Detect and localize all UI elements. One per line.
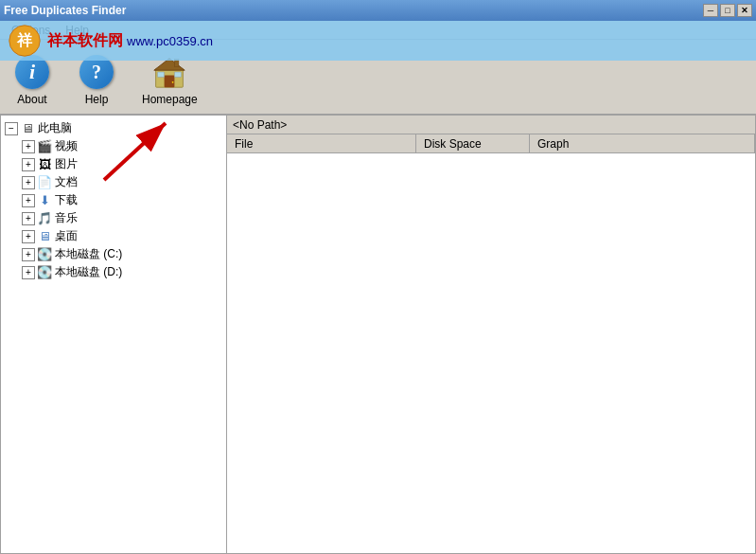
column-header: File Disk Space Graph [227,134,755,153]
tree-item-image[interactable]: + 🖼 图片 [3,155,224,173]
music-icon: 🎵 [37,211,52,226]
drive-c-expand-icon[interactable]: + [22,248,35,261]
drive-c-icon: 💽 [37,247,52,262]
drive-d-expand-icon[interactable]: + [22,266,35,279]
close-button[interactable]: ✕ [737,4,752,17]
homepage-label: Homepage [142,93,198,106]
desktop-expand-icon[interactable]: + [22,230,35,243]
svg-text:祥: 祥 [16,31,33,48]
tree-item-drive-c[interactable]: + 💽 本地磁盘 (C:) [3,245,224,263]
main-content: − 🖥 此电脑 + 🎬 视频 + 🖼 图片 + 📄 文档 + [0,116,756,554]
download-label: 下载 [55,192,78,208]
tree-item-desktop[interactable]: + 🖥 桌面 [3,227,224,245]
video-icon: 🎬 [37,139,52,154]
graph-column-header[interactable]: Graph [530,134,755,152]
svg-rect-6 [175,72,182,77]
help-label: Help [85,93,109,106]
watermark-url: www.pc0359.cn [127,34,213,48]
path-bar: <No Path> [227,116,755,134]
video-label: 视频 [55,138,78,154]
tree-item-doc[interactable]: + 📄 文档 [3,173,224,191]
music-label: 音乐 [55,210,78,226]
title-bar: Free Duplicates Finder ─ □ ✕ [0,0,756,21]
tree-item-drive-d[interactable]: + 💽 本地磁盘 (D:) [3,263,224,281]
file-column-header[interactable]: File [227,134,416,152]
doc-label: 文档 [55,174,78,190]
desktop-icon: 🖥 [37,229,52,244]
svg-rect-4 [165,76,175,88]
file-tree-panel[interactable]: − 🖥 此电脑 + 🎬 视频 + 🖼 图片 + 📄 文档 + [0,116,227,554]
doc-expand-icon[interactable]: + [22,176,35,189]
right-content-area [227,153,755,553]
download-expand-icon[interactable]: + [22,194,35,207]
computer-icon: 🖥 [20,121,35,136]
path-text: <No Path> [233,118,287,132]
svg-point-7 [172,81,174,83]
tree-root[interactable]: − 🖥 此电脑 [3,119,224,137]
disk-space-column-header[interactable]: Disk Space [416,134,530,152]
image-icon: 🖼 [37,157,52,172]
drive-c-label: 本地磁盘 (C:) [55,246,122,262]
watermark-logo-icon: 祥 [8,24,42,58]
minimize-button[interactable]: ─ [703,4,718,17]
tree-item-video[interactable]: + 🎬 视频 [3,137,224,155]
watermark-site: 祥本软件网 [47,31,123,51]
video-expand-icon[interactable]: + [22,140,35,153]
image-label: 图片 [55,156,78,172]
doc-icon: 📄 [37,175,52,190]
download-icon: ⬇ [37,193,52,208]
tree-item-download[interactable]: + ⬇ 下载 [3,191,224,209]
tree-item-music[interactable]: + 🎵 音乐 [3,209,224,227]
desktop-label: 桌面 [55,228,78,244]
drive-d-icon: 💽 [37,265,52,280]
root-expand-icon[interactable]: − [5,122,18,135]
title-bar-buttons: ─ □ ✕ [703,4,752,17]
music-expand-icon[interactable]: + [22,212,35,225]
watermark-overlay: 祥 祥本软件网 www.pc0359.cn [0,21,756,61]
title-text: Free Duplicates Finder [4,4,126,17]
image-expand-icon[interactable]: + [22,158,35,171]
svg-rect-5 [158,72,165,77]
about-label: About [17,93,46,106]
drive-d-label: 本地磁盘 (D:) [55,264,122,280]
right-panel: <No Path> File Disk Space Graph [227,116,756,554]
maximize-button[interactable]: □ [720,4,735,17]
root-label: 此电脑 [38,120,72,136]
